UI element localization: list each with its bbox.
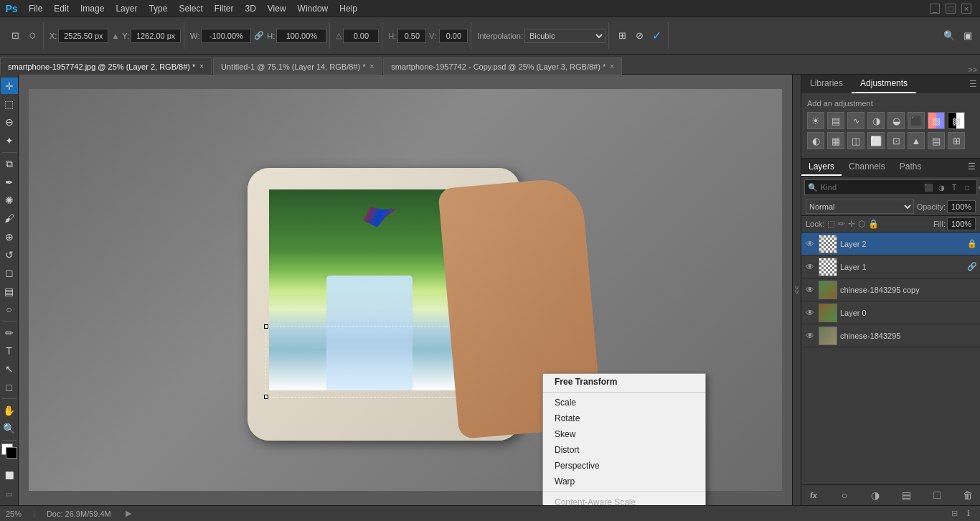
- menu-help[interactable]: Help: [334, 0, 363, 17]
- tab-smartphone-layer2[interactable]: smartphone-1957742.jpg @ 25% (Layer 2, R…: [0, 57, 212, 75]
- lasso-tool[interactable]: ⊖: [1, 114, 18, 131]
- filter-shape-icon[interactable]: □: [961, 182, 973, 193]
- color-swatch[interactable]: [1, 443, 17, 459]
- ctx-scale[interactable]: Scale: [543, 395, 705, 410]
- selective-color-icon[interactable]: ⊞: [948, 132, 965, 149]
- menu-type[interactable]: Type: [143, 0, 173, 17]
- tab-layers[interactable]: Layers: [801, 159, 842, 176]
- close-button[interactable]: ×: [961, 4, 971, 14]
- filter-adjust-icon[interactable]: ◑: [936, 182, 947, 193]
- panel-collapse-arrow[interactable]: >>: [792, 75, 801, 505]
- search-icon[interactable]: 🔍: [941, 28, 957, 44]
- hue-sat-icon[interactable]: ⬛: [908, 112, 925, 129]
- tab-close-icon[interactable]: ×: [369, 62, 374, 70]
- x-input[interactable]: [58, 29, 108, 43]
- minimize-button[interactable]: _: [930, 4, 940, 14]
- brightness-icon[interactable]: ☀: [807, 112, 824, 129]
- status-arrow[interactable]: ▶: [126, 509, 131, 518]
- libraries-tab[interactable]: Libraries: [801, 75, 852, 93]
- menu-filter[interactable]: Filter: [209, 0, 240, 17]
- w-input[interactable]: [201, 29, 251, 43]
- panel-options-icon[interactable]: ☰: [969, 79, 977, 89]
- lock-position-icon[interactable]: ✛: [848, 219, 855, 229]
- curves-icon[interactable]: ∿: [847, 112, 864, 129]
- filter-pixel-icon[interactable]: ⬛: [923, 182, 934, 193]
- quick-mask-tool[interactable]: ⬜: [1, 467, 18, 484]
- tab-paths[interactable]: Paths: [892, 159, 929, 176]
- gradient-map-icon[interactable]: ▤: [928, 132, 945, 149]
- adjustments-tab[interactable]: Adjustments: [852, 75, 916, 93]
- shape-tool[interactable]: □: [1, 379, 18, 395]
- vibrance-icon[interactable]: ◒: [887, 112, 905, 129]
- tab-close-icon[interactable]: ×: [610, 62, 614, 70]
- grid-warp-icon[interactable]: ⊞: [615, 28, 631, 44]
- invert-icon[interactable]: ⬜: [867, 132, 885, 149]
- ctx-perspective[interactable]: Perspective: [543, 458, 705, 474]
- eraser-tool[interactable]: ◻: [1, 265, 18, 281]
- ctx-rotate[interactable]: Rotate: [543, 410, 705, 426]
- hand-tool[interactable]: ✋: [1, 402, 18, 418]
- layer-row-chinese[interactable]: 👁 chinese-1843295: [801, 324, 980, 347]
- ctx-distort[interactable]: Distort: [543, 442, 705, 458]
- layers-panel-menu[interactable]: ☰: [963, 159, 980, 176]
- layer-row-chinese-copy[interactable]: 👁 chinese-1843295 copy: [801, 278, 980, 301]
- transform-mode-icon[interactable]: ⊡: [7, 28, 23, 44]
- pen-tool[interactable]: ✏: [1, 324, 18, 341]
- bw-icon[interactable]: ▩: [948, 112, 965, 129]
- interpolation-select[interactable]: Bicubic Nearest Neighbor Bilinear Bicubi…: [524, 29, 606, 43]
- history-tool[interactable]: ↺: [1, 246, 18, 263]
- y-input[interactable]: [131, 29, 181, 43]
- opacity-input[interactable]: [947, 200, 976, 213]
- lock-all-icon[interactable]: 🔒: [868, 219, 879, 229]
- layer-row-layer1[interactable]: 👁 Layer 1 🔗: [801, 255, 980, 278]
- blend-mode-select[interactable]: Normal Dissolve Multiply Screen Overlay: [806, 200, 914, 214]
- layer-visibility-chinese-copy[interactable]: 👁: [804, 284, 816, 296]
- levels-icon[interactable]: ▤: [827, 112, 844, 129]
- tab-smartphone-copy[interactable]: smartphone-1957742 - Copy.psd @ 25% (Lay…: [383, 57, 622, 75]
- brush-tool[interactable]: 🖌: [1, 210, 18, 227]
- workspace-layout-icon[interactable]: ▣: [960, 28, 976, 44]
- filter-type-icon[interactable]: T: [948, 182, 960, 193]
- eyedropper-tool[interactable]: ✒: [1, 174, 18, 190]
- info-icon[interactable]: ℹ: [963, 508, 974, 520]
- healing-tool[interactable]: ✺: [1, 192, 18, 208]
- menu-layer[interactable]: Layer: [110, 0, 143, 17]
- add-layer-button[interactable]: □: [929, 487, 945, 503]
- color-lookup-icon[interactable]: ◫: [847, 132, 864, 149]
- crop-tool[interactable]: ⧉: [1, 155, 18, 172]
- menu-select[interactable]: Select: [173, 0, 208, 17]
- type-tool[interactable]: T: [1, 342, 18, 359]
- color-balance-icon[interactable]: ▩: [928, 112, 945, 129]
- layers-search-input[interactable]: [821, 183, 920, 192]
- tab-untitled[interactable]: Untitled-1 @ 75.1% (Layer 14, RGB/8#) * …: [213, 57, 382, 75]
- menu-view[interactable]: View: [262, 0, 292, 17]
- add-mask-button[interactable]: ○: [837, 487, 852, 503]
- marquee-tool[interactable]: ⬚: [1, 95, 18, 112]
- h-skew-input[interactable]: [397, 29, 426, 43]
- exposure-icon[interactable]: ◑: [867, 112, 885, 129]
- menu-image[interactable]: Image: [75, 0, 110, 17]
- delete-layer-button[interactable]: 🗑: [960, 487, 976, 503]
- add-group-button[interactable]: ▤: [898, 487, 914, 503]
- filter-smart-icon[interactable]: ✦: [974, 182, 980, 193]
- posterize-icon[interactable]: ⊡: [887, 132, 905, 149]
- transform-shape-icon[interactable]: ⬡: [24, 28, 40, 44]
- layer-visibility-layer0[interactable]: 👁: [804, 307, 816, 319]
- rotation-input[interactable]: [343, 29, 379, 43]
- add-adjustment-button[interactable]: ◑: [867, 487, 883, 503]
- channel-mixer-icon[interactable]: ▦: [827, 132, 844, 149]
- clone-tool[interactable]: ⊕: [1, 228, 18, 245]
- photo-filter-icon[interactable]: ◐: [807, 132, 824, 149]
- layer-row-layer0[interactable]: 👁 Layer 0: [801, 301, 980, 324]
- menu-edit[interactable]: Edit: [48, 0, 75, 17]
- h-input[interactable]: [276, 29, 326, 43]
- ctx-skew[interactable]: Skew: [543, 426, 705, 442]
- move-tool[interactable]: ✛: [1, 78, 18, 94]
- tab-channels[interactable]: Channels: [842, 159, 892, 176]
- zoom-tool[interactable]: 🔍: [1, 421, 18, 437]
- menu-3d[interactable]: 3D: [239, 0, 261, 17]
- gradient-tool[interactable]: ▤: [1, 283, 18, 299]
- layer-row-layer2[interactable]: 👁 Layer 2 🔒: [801, 233, 980, 255]
- ctx-warp[interactable]: Warp: [543, 474, 705, 489]
- no-icon[interactable]: ⊘: [632, 28, 648, 44]
